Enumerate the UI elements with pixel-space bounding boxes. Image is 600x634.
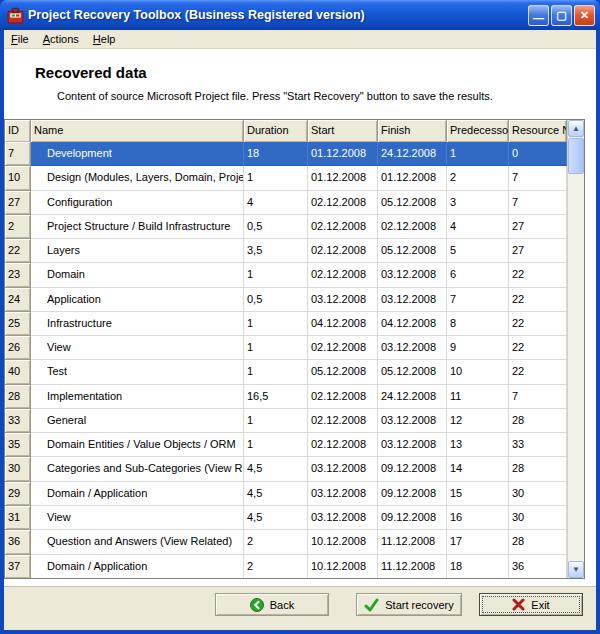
app-icon <box>7 7 24 24</box>
cell-predecessors: 12 <box>447 409 509 433</box>
table-row[interactable]: 22Layers3,502.12.200805.12.2008527 <box>5 239 567 263</box>
cell-finish: 24.12.2008 <box>378 142 447 166</box>
start-recovery-button-label: Start recovery <box>385 599 453 611</box>
table-row[interactable]: 24Application0,503.12.200803.12.2008722 <box>5 288 567 312</box>
maximize-button[interactable]: ▢ <box>551 5 572 26</box>
scrollbar-track[interactable] <box>568 174 584 561</box>
close-button[interactable]: ✕ <box>574 5 595 26</box>
cell-predecessors: 5 <box>447 239 509 263</box>
column-header-name[interactable]: Name <box>31 120 244 142</box>
menu-file[interactable]: File <box>4 31 36 47</box>
cell-name: Question and Answers (View Related) <box>31 530 244 554</box>
column-header-predecessors[interactable]: Predecessors <box>447 120 509 142</box>
cell-resource: 7 <box>509 385 567 409</box>
table-row[interactable]: 26View102.12.200803.12.2008922 <box>5 336 567 360</box>
cell-resource: 36 <box>509 555 567 578</box>
cell-resource: 22 <box>509 263 567 287</box>
page-title: Recovered data <box>35 64 147 81</box>
cell-finish: 03.12.2008 <box>378 409 447 433</box>
scrollbar-thumb[interactable] <box>568 138 584 174</box>
cell-id: 10 <box>5 166 31 190</box>
cell-duration: 0,5 <box>244 288 308 312</box>
column-header-start[interactable]: Start <box>308 120 378 142</box>
vertical-scrollbar[interactable]: ▲ ▼ <box>567 120 584 578</box>
cell-id: 27 <box>5 191 31 215</box>
cell-predecessors: 8 <box>447 312 509 336</box>
table-row[interactable]: 31View4,503.12.200809.12.20081630 <box>5 506 567 530</box>
cell-start: 03.12.2008 <box>308 482 378 506</box>
cell-duration: 1 <box>244 166 308 190</box>
scrollbar-down-button[interactable]: ▼ <box>568 561 584 578</box>
cell-id: 28 <box>5 385 31 409</box>
cell-name: Categories and Sub-Categories (View R <box>31 457 244 481</box>
cell-name: Project Structure / Build Infrastructure <box>31 215 244 239</box>
table-row[interactable]: 28Implementation16,502.12.200824.12.2008… <box>5 385 567 409</box>
table-row[interactable]: 7Development1801.12.200824.12.200810 <box>5 142 567 166</box>
cell-start: 02.12.2008 <box>308 433 378 457</box>
cell-duration: 1 <box>244 360 308 384</box>
table-row[interactable]: 23Domain102.12.200803.12.2008622 <box>5 263 567 287</box>
table-row[interactable]: 37Domain / Application210.12.200811.12.2… <box>5 555 567 578</box>
scrollbar-up-button[interactable]: ▲ <box>568 120 584 137</box>
cell-id: 2 <box>5 215 31 239</box>
minimize-button[interactable]: — <box>528 5 549 26</box>
cell-name: Domain / Application <box>31 555 244 578</box>
cell-finish: 09.12.2008 <box>378 506 447 530</box>
check-icon <box>364 598 379 612</box>
column-header-resource-names[interactable]: Resource Names <box>509 120 567 142</box>
cell-resource: 28 <box>509 530 567 554</box>
cell-id: 26 <box>5 336 31 360</box>
cell-name: Domain / Application <box>31 482 244 506</box>
cell-start: 01.12.2008 <box>308 142 378 166</box>
cell-resource: 30 <box>509 482 567 506</box>
cell-finish: 03.12.2008 <box>378 288 447 312</box>
cell-resource: 28 <box>509 457 567 481</box>
table-row[interactable]: 29Domain / Application4,503.12.200809.12… <box>5 482 567 506</box>
cell-name: Domain Entities / Value Objects / ORM <box>31 433 244 457</box>
cell-finish: 02.12.2008 <box>378 215 447 239</box>
cell-name: Domain <box>31 263 244 287</box>
cell-name: Development <box>31 142 244 166</box>
cell-resource: 7 <box>509 166 567 190</box>
cell-id: 23 <box>5 263 31 287</box>
cell-name: Design (Modules, Layers, Domain, Proje <box>31 166 244 190</box>
cell-finish: 04.12.2008 <box>378 312 447 336</box>
cell-resource: 33 <box>509 433 567 457</box>
cell-start: 03.12.2008 <box>308 506 378 530</box>
exit-x-icon <box>512 598 525 611</box>
table-row[interactable]: 40Test105.12.200805.12.20081022 <box>5 360 567 384</box>
cell-resource: 28 <box>509 409 567 433</box>
cell-start: 02.12.2008 <box>308 191 378 215</box>
table-row[interactable]: 2Project Structure / Build Infrastructur… <box>5 215 567 239</box>
cell-start: 10.12.2008 <box>308 555 378 578</box>
table-row[interactable]: 33General102.12.200803.12.20081228 <box>5 409 567 433</box>
cell-predecessors: 15 <box>447 482 509 506</box>
table-row[interactable]: 25Infrastructure104.12.200804.12.2008822 <box>5 312 567 336</box>
column-header-finish[interactable]: Finish <box>378 120 447 142</box>
cell-finish: 03.12.2008 <box>378 263 447 287</box>
cell-start: 04.12.2008 <box>308 312 378 336</box>
table-row[interactable]: 30Categories and Sub-Categories (View R4… <box>5 457 567 481</box>
cell-resource: 27 <box>509 239 567 263</box>
table-row[interactable]: 10Design (Modules, Layers, Domain, Proje… <box>5 166 567 190</box>
back-button[interactable]: Back <box>215 593 329 616</box>
cell-resource: 22 <box>509 312 567 336</box>
menu-actions[interactable]: Actions <box>36 31 86 47</box>
cell-predecessors: 13 <box>447 433 509 457</box>
cell-predecessors: 6 <box>447 263 509 287</box>
table-row[interactable]: 35Domain Entities / Value Objects / ORM1… <box>5 433 567 457</box>
cell-id: 7 <box>5 142 31 166</box>
app-window: Project Recovery Toolbox (Business Regis… <box>0 0 600 634</box>
cell-name: Implementation <box>31 385 244 409</box>
column-header-id[interactable]: ID <box>5 120 31 142</box>
menu-help[interactable]: Help <box>86 31 123 47</box>
exit-button[interactable]: Exit <box>479 593 583 616</box>
start-recovery-button[interactable]: Start recovery <box>356 593 462 616</box>
menubar: File Actions Help <box>4 30 596 49</box>
cell-duration: 1 <box>244 409 308 433</box>
table-row[interactable]: 27Configuration402.12.200805.12.200837 <box>5 191 567 215</box>
column-header-duration[interactable]: Duration <box>244 120 308 142</box>
table-row[interactable]: 36Question and Answers (View Related)210… <box>5 530 567 554</box>
grid-header: ID Name Duration Start Finish Predecesso… <box>5 120 567 142</box>
cell-name: Application <box>31 288 244 312</box>
